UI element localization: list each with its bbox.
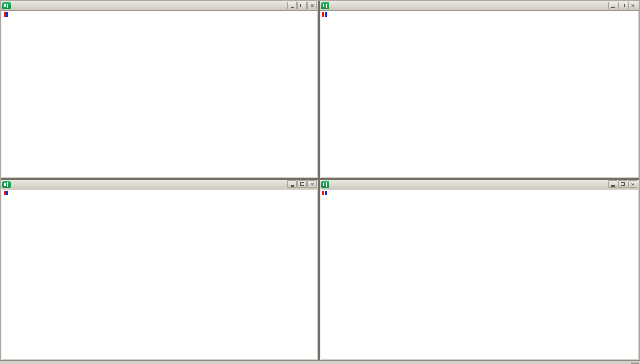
chart-panes [321, 11, 638, 177]
chart-icon [2, 2, 11, 9]
titlebar[interactable]: ✕ [320, 1, 639, 11]
close-button[interactable]: ✕ [308, 2, 317, 9]
close-icon: ✕ [310, 182, 314, 187]
titlebar[interactable]: ✕ [1, 1, 318, 11]
minimize-icon [611, 185, 615, 187]
restore-button[interactable] [298, 180, 307, 188]
close-button[interactable]: ✕ [628, 180, 638, 188]
restore-icon [621, 4, 625, 7]
chart-window-usdjpy-h1: ✕ [319, 1, 639, 179]
chart-icon [321, 2, 329, 9]
candles-icon [4, 12, 8, 17]
chart-icon [2, 181, 11, 188]
chart-panes [2, 190, 318, 359]
restore-button[interactable] [298, 2, 307, 9]
chart-panes [2, 11, 318, 177]
close-icon: ✕ [631, 3, 635, 9]
restore-button[interactable] [618, 180, 628, 188]
minimize-button[interactable] [608, 180, 618, 188]
chart-window-usdjpy-m10: ✕ [319, 179, 639, 360]
chart-area[interactable] [2, 190, 318, 359]
restore-icon [300, 4, 304, 7]
chart-area[interactable] [2, 11, 318, 177]
chart-panes [321, 190, 638, 359]
titlebar[interactable]: ✕ [320, 180, 639, 189]
close-icon: ✕ [631, 182, 635, 187]
chart-area[interactable] [321, 190, 638, 359]
chart-legend [4, 191, 10, 195]
status-bar [0, 360, 640, 364]
restore-button[interactable] [618, 2, 628, 9]
minimize-button[interactable] [288, 180, 297, 188]
chart-legend [322, 191, 329, 195]
close-button[interactable]: ✕ [628, 2, 638, 9]
chart-area[interactable] [321, 11, 638, 177]
resize-grip[interactable] [631, 362, 639, 364]
restore-icon [300, 182, 304, 186]
minimize-button[interactable] [288, 2, 297, 9]
minimize-icon [611, 7, 615, 8]
candles-icon [4, 191, 8, 195]
chart-icon [321, 181, 329, 188]
chart-legend [4, 12, 10, 17]
minimize-icon [291, 185, 294, 187]
mdi-workspace: ✕ ✕ [0, 0, 640, 364]
chart-window-usdjpy-daily: ✕ [1, 1, 319, 179]
minimize-button[interactable] [608, 2, 618, 9]
chart-window-usdjpy-h4: ✕ [1, 179, 319, 360]
chart-legend [322, 12, 329, 17]
restore-icon [621, 182, 625, 186]
candles-icon [322, 191, 327, 195]
close-icon: ✕ [310, 3, 314, 9]
close-button[interactable]: ✕ [308, 180, 317, 188]
candles-icon [322, 12, 327, 17]
minimize-icon [291, 7, 294, 8]
titlebar[interactable]: ✕ [1, 180, 318, 189]
